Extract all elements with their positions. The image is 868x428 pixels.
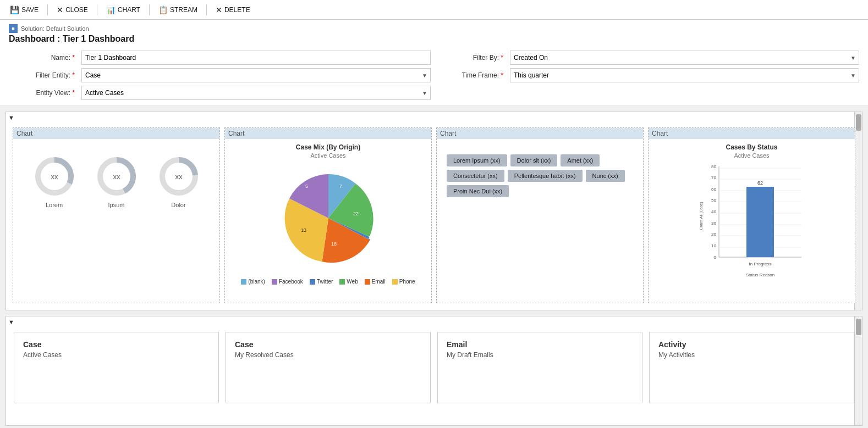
- chart-box-4: Chart Cases By Status Active Cases 0 10 …: [648, 127, 855, 303]
- list-scroll-thumb[interactable]: [856, 319, 861, 335]
- chart2-subtitle: Active Cases: [229, 152, 427, 159]
- donut-item-2: xx Ipsum: [95, 154, 139, 208]
- tag-btn-4[interactable]: Pellentesque habit (xx): [508, 170, 583, 182]
- svg-text:30: 30: [711, 221, 716, 226]
- legend-dot-web: [339, 279, 345, 285]
- list-card-sub-3: My Activities: [658, 351, 845, 359]
- donut-sublabel-1: Lorem: [32, 202, 76, 208]
- name-label: Name:: [9, 54, 75, 62]
- stream-icon: 📋: [158, 5, 168, 14]
- donut-label-2: xx: [113, 173, 120, 181]
- pie-label-phone: 13: [301, 227, 306, 233]
- filter-entity-select[interactable]: Case: [81, 68, 431, 82]
- chart3-header: Chart: [437, 128, 643, 139]
- donut-item-3: xx Dolor: [157, 154, 201, 208]
- legend-twitter: Twitter: [310, 279, 333, 285]
- save-icon: 💾: [10, 5, 19, 14]
- entity-view-select-wrap: Active Cases ▼: [81, 86, 431, 100]
- donut-label-1: xx: [51, 173, 58, 181]
- svg-text:40: 40: [711, 209, 716, 214]
- save-button[interactable]: 💾 SAVE: [6, 4, 43, 16]
- list-card-sub-2: My Draft Emails: [447, 351, 633, 359]
- chart2-title: Case Mix (By Origin): [229, 143, 427, 151]
- list-card-2[interactable]: Email My Draft Emails: [437, 332, 642, 403]
- time-frame-select[interactable]: This quarter: [510, 68, 859, 82]
- legend-phone: Phone: [392, 279, 415, 285]
- bar-in-progress: [746, 187, 774, 257]
- donut-svg-2: xx: [95, 154, 139, 198]
- tag-btn-1[interactable]: Dolor sit (xx): [510, 154, 558, 166]
- tag-btn-3[interactable]: Consectetur (xx): [447, 170, 504, 182]
- chart4-title: Cases By Status: [653, 143, 850, 151]
- dashboard-title: Dashboard : Tier 1 Dashboard: [9, 34, 859, 44]
- charts-row: Chart xx Lorem: [6, 121, 862, 310]
- time-frame-select-wrap: This quarter ▼: [510, 68, 859, 82]
- list-card-3[interactable]: Activity My Activities: [649, 332, 854, 403]
- chart-box-2: Chart Case Mix (By Origin) Active Cases: [224, 127, 432, 303]
- legend-dot-facebook: [272, 279, 277, 285]
- vertical-scrollbar[interactable]: [854, 112, 862, 310]
- list-card-title-0: Case: [23, 340, 210, 349]
- svg-text:80: 80: [711, 164, 716, 169]
- pie-chart-svg: 7 22 18 13 5 1: [273, 163, 383, 273]
- close-button[interactable]: ✕ CLOSE: [52, 4, 92, 16]
- list-card-0[interactable]: Case Active Cases: [14, 332, 219, 403]
- list-card-title-2: Email: [447, 340, 633, 349]
- toolbar-separator-2: [97, 4, 97, 15]
- header-area: ■ Solution: Default Solution Dashboard :…: [0, 20, 868, 106]
- list-card-1[interactable]: Case My Resolved Cases: [226, 332, 431, 403]
- donut-item-1: xx Lorem: [32, 154, 76, 208]
- filter-entity-label: Filter Entity:: [9, 71, 75, 79]
- list-section: ▼ Case Active CasesCase My Resolved Case…: [6, 316, 862, 426]
- chart4-subtitle: Active Cases: [653, 152, 850, 159]
- list-card-sub-0: Active Cases: [23, 351, 210, 359]
- chart-icon: 📊: [106, 5, 116, 14]
- filter-by-select-wrap: Created On ▼: [510, 51, 859, 65]
- main-area: ▼ Chart xx Lorem: [0, 106, 868, 428]
- charts-section-collapse-icon[interactable]: ▼: [8, 114, 14, 121]
- list-card-title-1: Case: [235, 340, 421, 349]
- name-input[interactable]: [81, 51, 431, 65]
- toolbar-separator-4: [206, 4, 207, 15]
- donut-sublabel-3: Dolor: [157, 202, 201, 208]
- tag-btn-0[interactable]: Lorem Ipsum (xx): [447, 154, 507, 166]
- legend-facebook: Facebook: [272, 279, 303, 285]
- legend-email: Email: [365, 279, 386, 285]
- bar-value-label: 62: [757, 180, 762, 186]
- donut-label-3: xx: [175, 173, 183, 181]
- chart3-tags-area: Lorem Ipsum (xx)Dolor sit (xx)Amet (xx)C…: [441, 143, 639, 208]
- filter-by-label: Filter By:: [437, 54, 503, 62]
- svg-text:10: 10: [711, 243, 716, 248]
- chart2-header: Chart: [225, 128, 431, 139]
- donut-sublabel-2: Ipsum: [95, 202, 139, 208]
- chart-box-3: Chart Lorem Ipsum (xx)Dolor sit (xx)Amet…: [436, 127, 644, 303]
- chart4-header: Chart: [649, 128, 855, 139]
- entity-view-select[interactable]: Active Cases: [81, 86, 431, 100]
- stream-button[interactable]: 📋 STREAM: [154, 4, 202, 16]
- tag-btn-5[interactable]: Nunc (xx): [586, 170, 625, 182]
- svg-text:50: 50: [711, 198, 716, 203]
- pie-label-twitter: 1: [368, 235, 371, 240]
- tag-btn-6[interactable]: Proin Nec Dui (xx): [447, 185, 509, 197]
- tag-btn-2[interactable]: Amet (xx): [561, 154, 600, 166]
- list-card-title-3: Activity: [658, 340, 845, 349]
- list-section-collapse-icon[interactable]: ▼: [8, 319, 14, 325]
- pie-label-email: 18: [331, 241, 337, 247]
- svg-text:60: 60: [711, 187, 716, 192]
- list-vertical-scrollbar[interactable]: [854, 316, 862, 425]
- solution-icon: ■: [9, 24, 18, 33]
- donut-svg-1: xx: [32, 154, 76, 198]
- filter-by-select[interactable]: Created On: [510, 51, 859, 65]
- pie-label-blank: 7: [339, 184, 342, 189]
- svg-text:0: 0: [713, 255, 716, 260]
- chart2-legend: (blank) Facebook Twitter Web: [229, 279, 427, 285]
- bar-status-reason-label: Status Reason: [745, 273, 774, 277]
- solution-line: ■ Solution: Default Solution: [9, 24, 859, 33]
- bar-y-axis-label: Count All (Case): [699, 202, 704, 230]
- toolbar-separator: [47, 4, 48, 15]
- charts-section: ▼ Chart xx Lorem: [6, 112, 862, 310]
- time-frame-label: Time Frame:: [437, 71, 503, 79]
- scroll-thumb[interactable]: [856, 114, 861, 131]
- chart-button[interactable]: 📊 CHART: [102, 4, 145, 16]
- delete-button[interactable]: ✕ DELETE: [211, 4, 255, 16]
